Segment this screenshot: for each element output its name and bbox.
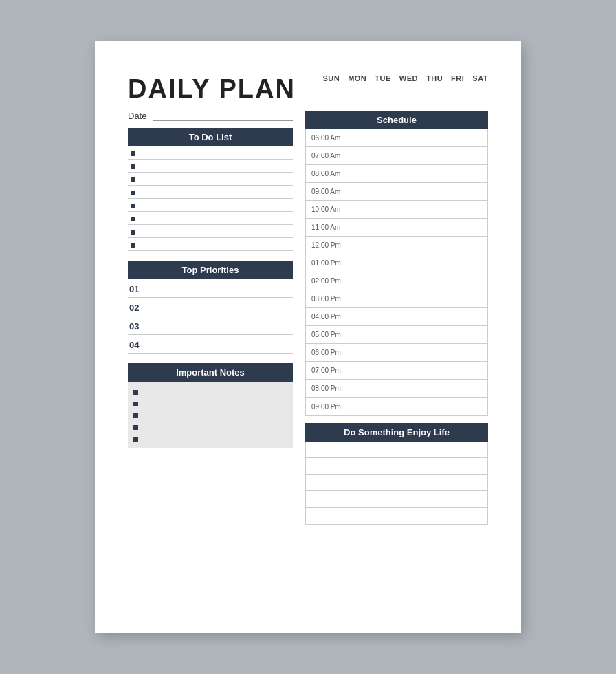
time-label: 11:00 Am [311,224,347,231]
schedule-row[interactable]: 08:00 Am [306,165,487,183]
time-label: 02:00 Pm [311,277,347,285]
day-label: SUN [322,74,340,83]
note-item[interactable] [133,398,289,409]
todo-item[interactable] [128,225,293,238]
main-layout: Date To Do List Top Priorities 01020304 … [128,111,488,525]
todo-item[interactable] [128,212,293,225]
day-label: SAT [472,74,488,83]
bullet-icon [131,151,135,156]
bullet-icon [131,230,135,235]
schedule-row[interactable]: 07:00 Am [306,147,487,165]
days-row: SUNMONTUEWEDTHUFRISAT [322,74,488,83]
enjoy-row[interactable] [306,442,487,458]
todo-item[interactable] [128,199,293,212]
priority-item[interactable]: 03 [128,316,293,335]
enjoy-row[interactable] [306,475,487,491]
time-label: 03:00 Pm [311,295,347,303]
schedule-rows: 06:00 Am07:00 Am08:00 Am09:00 Am10:00 Am… [305,129,488,416]
note-item[interactable] [133,421,289,433]
right-column: Schedule 06:00 Am07:00 Am08:00 Am09:00 A… [305,111,488,525]
priority-item[interactable]: 04 [128,335,293,354]
time-label: 09:00 Am [311,188,347,195]
time-label: 08:00 Pm [311,384,347,392]
time-label: 07:00 Pm [311,367,347,374]
bullet-icon [133,402,138,406]
todo-item[interactable] [128,146,293,160]
schedule-header: Schedule [305,111,488,129]
priority-number: 04 [129,340,148,350]
todo-item[interactable] [128,173,293,186]
schedule-row[interactable]: 06:00 Am [306,129,487,147]
schedule-row[interactable]: 09:00 Am [306,183,487,201]
day-label: WED [399,74,418,83]
schedule-row[interactable]: 05:00 Pm [306,326,487,344]
todo-list [128,146,293,251]
day-label: MON [348,74,366,83]
date-line [153,120,293,121]
bullet-icon [131,243,135,248]
bullet-icon [131,204,135,208]
schedule-row[interactable]: 06:00 Pm [306,344,487,362]
daily-plan-page: SUNMONTUEWEDTHUFRISAT DAILY PLAN Date To… [95,41,521,633]
todo-item[interactable] [128,238,293,251]
priorities-header: Top Priorities [128,261,293,279]
enjoy-rows [305,442,488,525]
day-label: TUE [375,74,391,83]
schedule-row[interactable]: 09:00 Pm [306,398,487,415]
date-row: Date [128,111,293,121]
priority-number: 03 [129,321,148,331]
note-item[interactable] [133,409,289,421]
schedule-row[interactable]: 01:00 Pm [306,254,487,272]
bullet-icon [131,177,135,182]
time-label: 10:00 Am [311,206,347,213]
priorities-list: 01020304 [128,279,293,354]
priority-item[interactable]: 01 [128,279,293,298]
time-label: 04:00 Pm [311,313,347,320]
bullet-icon [131,217,135,221]
time-label: 05:00 Pm [311,331,347,338]
note-item[interactable] [133,386,289,398]
schedule-row[interactable]: 10:00 Am [306,201,487,219]
notes-section: Important Notes [128,363,293,448]
bullet-icon [131,164,135,169]
enjoy-header: Do Something Enjoy Life [305,423,488,442]
day-label: THU [426,74,443,83]
time-label: 12:00 Pm [311,241,347,249]
schedule-row[interactable]: 11:00 Am [306,219,487,237]
notes-body [128,382,293,448]
time-label: 09:00 Pm [311,403,347,411]
priority-item[interactable]: 02 [128,298,293,316]
time-label: 01:00 Pm [311,259,347,267]
priorities-section: Top Priorities 01020304 [128,261,293,354]
bullet-icon [133,413,138,418]
todo-header: To Do List [128,128,293,146]
bullet-icon [133,437,138,442]
notes-header: Important Notes [128,363,293,382]
schedule-row[interactable]: 07:00 Pm [306,362,487,380]
note-item[interactable] [133,433,289,444]
enjoy-section: Do Something Enjoy Life [305,423,488,525]
enjoy-row[interactable] [306,458,487,475]
time-label: 06:00 Pm [311,349,347,356]
date-label: Date [128,111,146,121]
left-column: Date To Do List Top Priorities 01020304 … [128,111,293,525]
schedule-row[interactable]: 08:00 Pm [306,380,487,398]
priority-number: 02 [129,303,148,313]
bullet-icon [131,191,135,195]
schedule-row[interactable]: 03:00 Pm [306,290,487,308]
time-label: 06:00 Am [311,134,347,142]
bullet-icon [133,390,138,395]
schedule-row[interactable]: 12:00 Pm [306,237,487,254]
time-label: 07:00 Am [311,152,347,160]
schedule-row[interactable]: 02:00 Pm [306,272,487,290]
priority-number: 01 [129,284,148,294]
todo-item[interactable] [128,186,293,199]
todo-item[interactable] [128,160,293,173]
time-label: 08:00 Am [311,170,347,177]
enjoy-row[interactable] [306,508,487,524]
schedule-row[interactable]: 04:00 Pm [306,308,487,326]
day-label: FRI [451,74,464,83]
enjoy-row[interactable] [306,491,487,508]
bullet-icon [133,425,138,430]
